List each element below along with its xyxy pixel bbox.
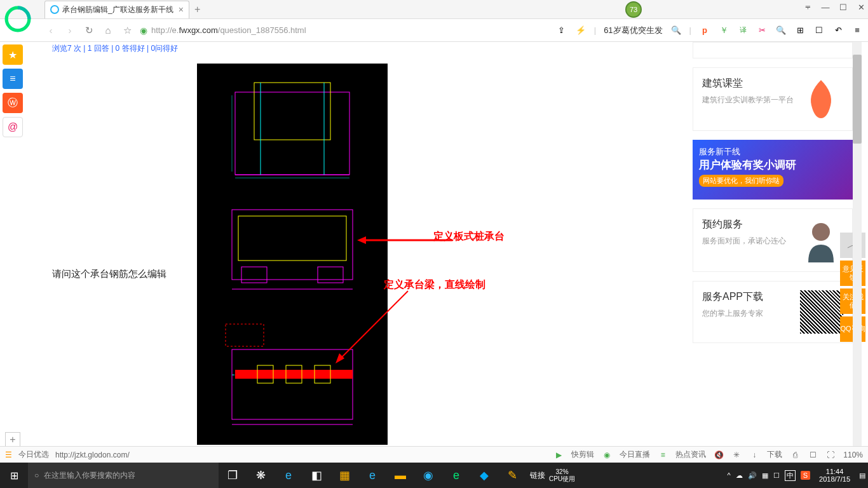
- tray-app-icon[interactable]: ☁: [736, 471, 743, 480]
- edge-icon[interactable]: e: [275, 463, 302, 488]
- sidebar-favorites[interactable]: ★: [3, 44, 23, 65]
- app-icon[interactable]: ✎: [498, 463, 526, 488]
- toolbar-money-icon[interactable]: ￥: [718, 25, 729, 36]
- download-icon[interactable]: ↓: [749, 450, 759, 460]
- sidebar-mail[interactable]: @: [3, 117, 23, 137]
- browser-tab[interactable]: 承台钢筋编辑_广联达服务新干线 ×: [44, 1, 189, 18]
- card-app-download[interactable]: 服务APP下载您的掌上服务专家: [693, 281, 853, 343]
- app-icon[interactable]: ◧: [302, 463, 330, 488]
- toolbar-translate-icon[interactable]: 译: [737, 25, 749, 36]
- minimize-icon[interactable]: —: [821, 3, 830, 12]
- qr-code: [800, 290, 843, 334]
- cad-drawing-image: [197, 64, 388, 445]
- card-title: 预约服务: [702, 218, 786, 231]
- survey-banner[interactable]: 服务新干线 用户体验有奖小调研 网站要优化，我们听你哒: [693, 140, 853, 200]
- app-icon[interactable]: ❋: [247, 463, 275, 488]
- banner-line3: 网站要优化，我们听你哒: [699, 175, 783, 187]
- ime-indicator[interactable]: 中: [785, 470, 796, 481]
- home-button[interactable]: ⌂: [102, 24, 114, 37]
- toolbar-undo-icon[interactable]: ↶: [832, 25, 844, 36]
- tray-volume-icon[interactable]: 🔊: [748, 471, 757, 480]
- clock[interactable]: 11:442018/7/15: [815, 468, 854, 483]
- box-icon[interactable]: ☐: [808, 450, 818, 460]
- sidebar-weibo[interactable]: ⓦ: [3, 93, 23, 113]
- expand-icon[interactable]: ⛶: [825, 450, 836, 460]
- quickclip-label[interactable]: 快剪辑: [571, 449, 594, 460]
- hot-icon[interactable]: ≡: [658, 450, 668, 460]
- toolbar-scissors-icon[interactable]: ✂: [756, 25, 768, 36]
- forward-button[interactable]: ›: [64, 24, 76, 37]
- sogou-icon[interactable]: S: [801, 471, 810, 480]
- news-headline[interactable]: 61岁葛优突生发: [604, 25, 662, 36]
- card-jzkt[interactable]: 建筑课堂建筑行业实训教学第一平台: [693, 67, 853, 131]
- toolbar-grid-icon[interactable]: ⊞: [794, 25, 806, 36]
- clip-icon[interactable]: ▶: [553, 450, 564, 460]
- annotation-text-1: 定义板式桩承台: [433, 230, 505, 243]
- sidebar-add-button[interactable]: +: [5, 432, 20, 447]
- tab-close-icon[interactable]: ×: [179, 4, 184, 15]
- flame-icon: [799, 77, 843, 121]
- toolbar-p-icon[interactable]: p: [699, 25, 710, 36]
- taskview-icon[interactable]: ❐: [219, 463, 247, 488]
- address-bar[interactable]: ◉ http://e.fwxgx.com/question_1887556.ht…: [140, 25, 419, 36]
- reload-button[interactable]: ↻: [83, 24, 95, 37]
- mute-icon[interactable]: 🔇: [714, 450, 724, 460]
- link-label[interactable]: 链接: [526, 470, 549, 481]
- ie-icon[interactable]: e: [358, 463, 386, 488]
- 360-icon[interactable]: e: [442, 463, 470, 488]
- download-label[interactable]: 下载: [767, 449, 782, 460]
- pin-icon[interactable]: ⫧: [803, 3, 812, 12]
- star-button[interactable]: ☆: [121, 24, 133, 37]
- toolbar-search-icon[interactable]: 🔍: [775, 25, 787, 36]
- toolbar-menu-icon[interactable]: ≡: [851, 25, 863, 36]
- right-sidebar: 建筑课堂建筑行业实训教学第一平台 服务新干线 用户体验有奖小调研 网站要优化，我…: [693, 42, 853, 352]
- cpu-monitor[interactable]: 32%CPU使用: [549, 468, 575, 482]
- app-icon[interactable]: ▦: [330, 463, 358, 488]
- card-title: 服务APP下载: [702, 290, 763, 304]
- hot-label[interactable]: 热点资讯: [675, 449, 706, 460]
- search-icon[interactable]: 🔍: [670, 25, 682, 36]
- url-text: http://e.fwxgx.com/question_1887556.html: [151, 25, 306, 35]
- zoom-level[interactable]: 110%: [843, 451, 863, 459]
- card-desc: 您的掌上服务专家: [702, 308, 763, 319]
- toolbar-box-icon[interactable]: ☐: [813, 25, 825, 36]
- recommend-label[interactable]: 今日优选: [18, 449, 49, 460]
- browser-logo[interactable]: [0, 0, 35, 38]
- app-icon[interactable]: ◉: [414, 463, 442, 488]
- ip-icon[interactable]: ⎙: [790, 450, 800, 460]
- status-bar: ☰ 今日优选 http://jzkt.glodon.com/ ▶快剪辑 ◉今日直…: [0, 446, 868, 463]
- fly-icon[interactable]: ✳: [731, 450, 742, 460]
- taskbar-search[interactable]: ○ 在这里输入你要搜索的内容: [28, 463, 219, 488]
- card-top-strip: [693, 42, 853, 58]
- taskbar: ⊞ ○ 在这里输入你要搜索的内容 ❐ ❋ e ◧ ▦ e ▬ ◉ e ◆ ✎ 链…: [0, 463, 868, 488]
- card-title: 建筑课堂: [702, 77, 794, 90]
- svg-rect-17: [235, 370, 353, 379]
- scrollbar-thumb[interactable]: [853, 55, 862, 144]
- sidebar-news[interactable]: ≡: [3, 69, 23, 89]
- close-icon[interactable]: ✕: [857, 3, 865, 12]
- vertical-scrollbar[interactable]: [853, 42, 862, 446]
- cortana-icon: ○: [34, 471, 39, 480]
- globe-icon: ◉: [140, 25, 147, 36]
- live-icon[interactable]: ◉: [602, 450, 612, 460]
- tab-favicon: [50, 5, 59, 14]
- explorer-icon[interactable]: ▬: [386, 463, 414, 488]
- tray-app-icon[interactable]: ▦: [762, 471, 768, 480]
- live-label[interactable]: 今日直播: [620, 449, 650, 460]
- tray-chevron-icon[interactable]: ^: [728, 471, 731, 479]
- notifications-icon[interactable]: ▤: [859, 471, 865, 480]
- share-icon[interactable]: ⇪: [556, 25, 567, 36]
- flash-icon[interactable]: ⚡: [575, 25, 587, 36]
- annotation-arrow-2: [333, 290, 409, 366]
- tab-title: 承台钢筋编辑_广联达服务新干线: [62, 4, 173, 15]
- start-button[interactable]: ⊞: [0, 463, 28, 488]
- card-booking[interactable]: 预约服务服务面对面，承诺心连心: [693, 208, 853, 272]
- app-icon[interactable]: ◆: [470, 463, 498, 488]
- notification-badge[interactable]: 73: [625, 1, 642, 18]
- svg-marker-23: [357, 236, 366, 244]
- maximize-icon[interactable]: ☐: [839, 3, 848, 12]
- svg-rect-3: [254, 83, 330, 140]
- new-tab-button[interactable]: +: [194, 4, 200, 15]
- tray-app-icon[interactable]: ☐: [773, 471, 780, 480]
- back-button[interactable]: ‹: [44, 24, 57, 37]
